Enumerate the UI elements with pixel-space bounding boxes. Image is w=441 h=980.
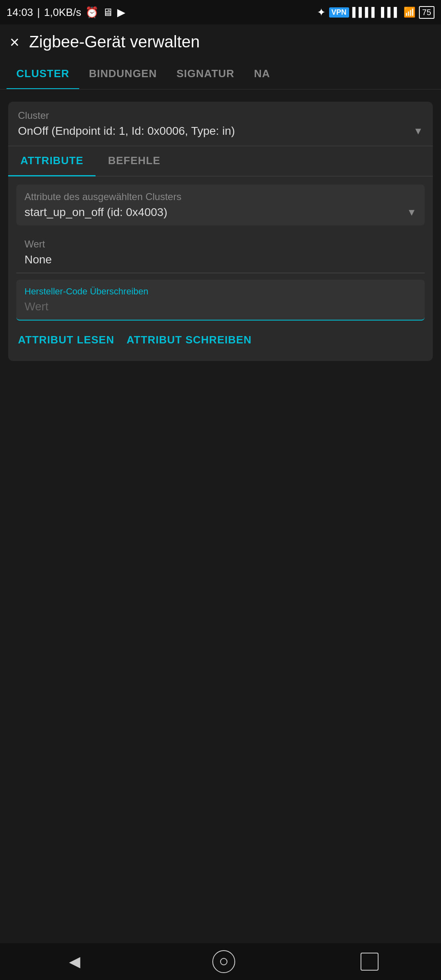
- header: × Zigbee-Gerät verwalten: [0, 24, 441, 59]
- inner-tab-befehle[interactable]: BEFEHLE: [96, 146, 172, 176]
- hersteller-input[interactable]: Wert: [24, 300, 416, 313]
- bluetooth-icon: ✦: [317, 6, 326, 19]
- tab-bar: CLUSTER BINDUNGEN SIGNATUR NA: [0, 59, 441, 89]
- attr-dropdown-arrow: ▼: [407, 207, 416, 218]
- inner-tab-bar: ATTRIBUTE BEFEHLE: [8, 146, 433, 176]
- square-button[interactable]: [361, 953, 379, 971]
- tab-cluster[interactable]: CLUSTER: [7, 59, 79, 89]
- battery-indicator: 75: [419, 6, 434, 19]
- page-title: Zigbee-Gerät verwalten: [29, 33, 200, 51]
- inner-tab-attribute[interactable]: ATTRIBUTE: [8, 146, 96, 176]
- cluster-dropdown[interactable]: OnOff (Endpoint id: 1, Id: 0x0006, Type:…: [18, 125, 423, 138]
- cluster-dropdown-arrow: ▼: [413, 125, 423, 137]
- wifi-icon: 📶: [403, 7, 416, 18]
- youtube-icon: ▶: [117, 6, 125, 19]
- status-right: ✦ VPN ▌▌▌▌ ▌▌▌ 📶 75: [317, 6, 434, 19]
- vpn-badge: VPN: [329, 7, 349, 18]
- attr-dropdown-label: Attribute des ausgewählten Clusters: [24, 191, 416, 203]
- hersteller-label: Hersteller-Code Überschreiben: [24, 286, 416, 297]
- value-field: Wert None: [16, 232, 425, 273]
- main-content: Cluster OnOff (Endpoint id: 1, Id: 0x000…: [0, 89, 441, 658]
- spacer: [0, 658, 441, 943]
- cluster-value: OnOff (Endpoint id: 1, Id: 0x0006, Type:…: [18, 125, 409, 138]
- cluster-field-label: Cluster: [18, 110, 423, 121]
- hersteller-field[interactable]: Hersteller-Code Überschreiben Wert: [16, 280, 425, 321]
- status-bar: 14:03 | 1,0KB/s ⏰ 🖥 ▶ ✦ VPN ▌▌▌▌ ▌▌▌ 📶 7…: [0, 0, 441, 24]
- signal-icon-1: ▌▌▌▌: [352, 7, 378, 18]
- attributes-section: Attribute des ausgewählten Clusters star…: [8, 176, 433, 361]
- main-card: Cluster OnOff (Endpoint id: 1, Id: 0x000…: [8, 102, 433, 361]
- value-label: Wert: [24, 238, 416, 250]
- attr-dropdown-value: start_up_on_off (id: 0x4003): [24, 206, 403, 219]
- data-speed: 1,0KB/s: [44, 6, 81, 19]
- tab-signatur[interactable]: SIGNATUR: [167, 59, 244, 89]
- home-circle-icon: [220, 958, 227, 965]
- status-left: 14:03 | 1,0KB/s ⏰ 🖥 ▶: [7, 6, 125, 19]
- close-button[interactable]: ×: [10, 34, 19, 50]
- cluster-section: Cluster OnOff (Endpoint id: 1, Id: 0x000…: [8, 102, 433, 146]
- attribute-dropdown[interactable]: Attribute des ausgewählten Clusters star…: [16, 185, 425, 225]
- battery-value: 75: [422, 8, 431, 17]
- attr-dropdown-row: start_up_on_off (id: 0x4003) ▼: [24, 206, 416, 219]
- write-attribute-button[interactable]: ATTRIBUT SCHREIBEN: [127, 330, 252, 350]
- speed-label: |: [37, 6, 40, 19]
- signal-icon-2: ▌▌▌: [381, 7, 400, 18]
- alarm-icon: ⏰: [85, 6, 98, 19]
- tab-na[interactable]: NA: [244, 59, 280, 89]
- home-button[interactable]: [212, 950, 235, 973]
- screen-icon: 🖥: [102, 6, 113, 19]
- value-content: None: [24, 253, 416, 266]
- nav-bar: ◀: [0, 943, 441, 980]
- back-button[interactable]: ◀: [62, 949, 87, 974]
- time-label: 14:03: [7, 6, 33, 19]
- action-buttons: ATTRIBUT LESEN ATTRIBUT SCHREIBEN: [16, 330, 425, 353]
- read-attribute-button[interactable]: ATTRIBUT LESEN: [18, 330, 114, 350]
- tab-bindungen[interactable]: BINDUNGEN: [79, 59, 167, 89]
